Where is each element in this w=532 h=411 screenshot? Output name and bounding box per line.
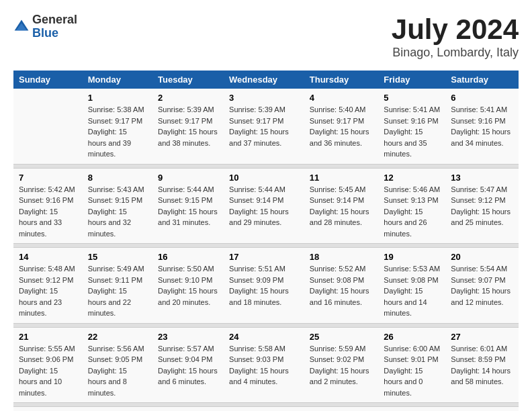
day-info: Sunrise: 5:54 AMSunset: 9:07 PMDaylight:…: [451, 263, 513, 308]
day-info: Sunrise: 5:41 AMSunset: 9:16 PMDaylight:…: [451, 104, 513, 148]
calendar-cell: 31 Sunrise: 6:06 AMSunset: 8:55 PMDaylig…: [224, 407, 304, 412]
calendar-week-row: 28 Sunrise: 6:02 AMSunset: 8:58 PMDaylig…: [13, 407, 519, 412]
calendar-cell: 6 Sunrise: 5:41 AMSunset: 9:16 PMDayligh…: [445, 89, 519, 164]
calendar-cell: [445, 407, 519, 412]
logo-general: General: [32, 13, 77, 27]
calendar-cell: 26 Sunrise: 6:00 AMSunset: 9:01 PMDaylig…: [378, 327, 445, 403]
logo-icon: [13, 19, 30, 35]
calendar-cell: 24 Sunrise: 5:58 AMSunset: 9:03 PMDaylig…: [224, 327, 304, 403]
calendar-cell: 8 Sunrise: 5:43 AMSunset: 9:15 PMDayligh…: [83, 168, 152, 244]
day-number: 9: [158, 173, 218, 183]
calendar-cell: [304, 407, 379, 412]
day-number: 12: [384, 173, 440, 183]
day-number: 24: [229, 332, 299, 342]
calendar-cell: 20 Sunrise: 5:54 AMSunset: 9:07 PMDaylig…: [445, 248, 519, 324]
day-number: 23: [158, 332, 218, 342]
day-info: Sunrise: 6:00 AMSunset: 9:01 PMDaylight:…: [384, 343, 440, 399]
calendar-cell: 25 Sunrise: 5:59 AMSunset: 9:02 PMDaylig…: [304, 327, 379, 403]
day-info: Sunrise: 6:01 AMSunset: 8:59 PMDaylight:…: [451, 343, 513, 387]
day-info: Sunrise: 5:38 AMSunset: 9:17 PMDaylight:…: [88, 104, 147, 160]
calendar-cell: 9 Sunrise: 5:44 AMSunset: 9:15 PMDayligh…: [152, 168, 224, 244]
day-number: 15: [88, 252, 147, 262]
calendar-week-row: 7 Sunrise: 5:42 AMSunset: 9:16 PMDayligh…: [13, 168, 519, 244]
day-info: Sunrise: 5:58 AMSunset: 9:03 PMDaylight:…: [229, 343, 299, 387]
day-info: Sunrise: 5:56 AMSunset: 9:05 PMDaylight:…: [88, 343, 147, 399]
calendar-cell: 30 Sunrise: 6:05 AMSunset: 8:56 PMDaylig…: [152, 407, 224, 412]
day-number: 6: [451, 93, 513, 103]
calendar-cell: 27 Sunrise: 6:01 AMSunset: 8:59 PMDaylig…: [445, 327, 519, 403]
calendar-cell: 4 Sunrise: 5:40 AMSunset: 9:17 PMDayligh…: [304, 89, 379, 164]
calendar-cell: 22 Sunrise: 5:56 AMSunset: 9:05 PMDaylig…: [83, 327, 152, 403]
day-number: 2: [158, 93, 218, 103]
calendar-table: Sunday Monday Tuesday Wednesday Thursday…: [13, 71, 519, 411]
logo-blue: Blue: [32, 27, 77, 40]
calendar-cell: 10 Sunrise: 5:44 AMSunset: 9:14 PMDaylig…: [224, 168, 304, 244]
calendar-cell: 5 Sunrise: 5:41 AMSunset: 9:16 PMDayligh…: [378, 89, 445, 164]
calendar-cell: 17 Sunrise: 5:51 AMSunset: 9:09 PMDaylig…: [224, 248, 304, 324]
day-number: 16: [158, 252, 218, 262]
calendar-cell: 12 Sunrise: 5:46 AMSunset: 9:13 PMDaylig…: [378, 168, 445, 244]
day-number: 13: [451, 173, 513, 183]
day-info: Sunrise: 5:45 AMSunset: 9:14 PMDaylight:…: [310, 184, 373, 228]
header-saturday: Saturday: [445, 71, 519, 89]
day-number: 1: [88, 93, 147, 103]
day-number: 3: [229, 93, 299, 103]
day-info: Sunrise: 5:39 AMSunset: 9:17 PMDaylight:…: [229, 104, 299, 148]
day-number: 14: [19, 252, 77, 262]
day-info: Sunrise: 5:51 AMSunset: 9:09 PMDaylight:…: [229, 263, 299, 308]
calendar-cell: 29 Sunrise: 6:04 AMSunset: 8:57 PMDaylig…: [83, 407, 152, 412]
day-number: 7: [19, 173, 77, 183]
day-number: 26: [384, 332, 440, 342]
day-info: Sunrise: 5:52 AMSunset: 9:08 PMDaylight:…: [310, 263, 373, 308]
header-monday: Monday: [83, 71, 152, 89]
calendar-cell: 28 Sunrise: 6:02 AMSunset: 8:58 PMDaylig…: [13, 407, 83, 412]
day-number: 27: [451, 332, 513, 342]
calendar-week-row: 21 Sunrise: 5:55 AMSunset: 9:06 PMDaylig…: [13, 327, 519, 403]
calendar-cell: 16 Sunrise: 5:50 AMSunset: 9:10 PMDaylig…: [152, 248, 224, 324]
header-tuesday: Tuesday: [152, 71, 224, 89]
calendar-cell: 11 Sunrise: 5:45 AMSunset: 9:14 PMDaylig…: [304, 168, 379, 244]
calendar-week-row: 1 Sunrise: 5:38 AMSunset: 9:17 PMDayligh…: [13, 89, 519, 164]
day-number: 8: [88, 173, 147, 183]
calendar-cell: 23 Sunrise: 5:57 AMSunset: 9:04 PMDaylig…: [152, 327, 224, 403]
day-info: Sunrise: 5:39 AMSunset: 9:17 PMDaylight:…: [158, 104, 218, 148]
calendar-cell: 13 Sunrise: 5:47 AMSunset: 9:12 PMDaylig…: [445, 168, 519, 244]
day-number: 20: [451, 252, 513, 262]
day-number: 19: [384, 252, 440, 262]
calendar-cell: 15 Sunrise: 5:49 AMSunset: 9:11 PMDaylig…: [83, 248, 152, 324]
day-info: Sunrise: 5:55 AMSunset: 9:06 PMDaylight:…: [19, 343, 77, 399]
day-number: 5: [384, 93, 440, 103]
day-info: Sunrise: 5:47 AMSunset: 9:12 PMDaylight:…: [451, 184, 513, 228]
calendar-cell: 18 Sunrise: 5:52 AMSunset: 9:08 PMDaylig…: [304, 248, 379, 324]
calendar-week-row: 14 Sunrise: 5:48 AMSunset: 9:12 PMDaylig…: [13, 248, 519, 324]
calendar-cell: 1 Sunrise: 5:38 AMSunset: 9:17 PMDayligh…: [83, 89, 152, 164]
header-sunday: Sunday: [13, 71, 83, 89]
day-info: Sunrise: 5:59 AMSunset: 9:02 PMDaylight:…: [310, 343, 373, 387]
header-wednesday: Wednesday: [224, 71, 304, 89]
calendar-cell: [13, 89, 83, 164]
calendar-cell: 21 Sunrise: 5:55 AMSunset: 9:06 PMDaylig…: [13, 327, 83, 403]
day-info: Sunrise: 5:46 AMSunset: 9:13 PMDaylight:…: [384, 184, 440, 240]
day-info: Sunrise: 5:40 AMSunset: 9:17 PMDaylight:…: [310, 104, 373, 148]
day-info: Sunrise: 5:44 AMSunset: 9:14 PMDaylight:…: [229, 184, 299, 228]
logo-text: General Blue: [32, 13, 77, 40]
calendar-cell: 2 Sunrise: 5:39 AMSunset: 9:17 PMDayligh…: [152, 89, 224, 164]
logo: General Blue: [13, 13, 77, 40]
day-info: Sunrise: 5:42 AMSunset: 9:16 PMDaylight:…: [19, 184, 77, 240]
calendar-cell: 14 Sunrise: 5:48 AMSunset: 9:12 PMDaylig…: [13, 248, 83, 324]
day-number: 18: [310, 252, 373, 262]
title-block: July 2024 Binago, Lombardy, Italy: [392, 13, 519, 60]
header-thursday: Thursday: [304, 71, 379, 89]
header-friday: Friday: [378, 71, 445, 89]
calendar-cell: 7 Sunrise: 5:42 AMSunset: 9:16 PMDayligh…: [13, 168, 83, 244]
day-info: Sunrise: 5:44 AMSunset: 9:15 PMDaylight:…: [158, 184, 218, 228]
day-info: Sunrise: 5:49 AMSunset: 9:11 PMDaylight:…: [88, 263, 147, 319]
day-number: 25: [310, 332, 373, 342]
header-row: Sunday Monday Tuesday Wednesday Thursday…: [13, 71, 519, 89]
day-number: 21: [19, 332, 77, 342]
day-info: Sunrise: 5:41 AMSunset: 9:16 PMDaylight:…: [384, 104, 440, 160]
calendar-cell: 3 Sunrise: 5:39 AMSunset: 9:17 PMDayligh…: [224, 89, 304, 164]
page-subtitle: Binago, Lombardy, Italy: [392, 46, 519, 60]
day-number: 4: [310, 93, 373, 103]
day-number: 17: [229, 252, 299, 262]
